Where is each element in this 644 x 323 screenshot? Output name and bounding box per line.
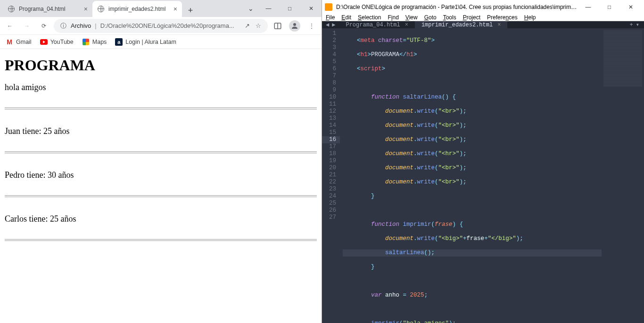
page-heading: PROGRAMA — [5, 57, 317, 74]
bookmark-label: YouTube — [50, 39, 74, 45]
tab-dropdown-icon[interactable]: ⌄ — [244, 5, 258, 12]
sublime-window: D:\Oracle ONE\Lógica de programación - P… — [322, 0, 644, 323]
menu-help[interactable]: Help — [524, 14, 536, 21]
maximize-button[interactable]: □ — [599, 0, 620, 14]
globe-icon — [8, 5, 15, 13]
bookmark-label: Login | Alura Latam — [125, 39, 176, 45]
window-controls: ⌄ — □ ✕ — [244, 0, 322, 17]
gmail-icon: M — [6, 38, 13, 46]
url-separator: | — [95, 22, 96, 29]
url-prefix: Archivo — [71, 22, 91, 29]
menu-tools[interactable]: Tools — [443, 14, 456, 21]
tab-title: imprimir_edades2.html — [421, 22, 493, 28]
reading-list-icon[interactable] — [271, 19, 285, 33]
editor-tab-1[interactable]: Programa_04.html × — [339, 21, 414, 28]
output-line: Juan tiene: 25 años — [5, 126, 317, 136]
browser-tab-1[interactable]: Programa_04.html × — [3, 1, 92, 17]
kebab-menu-icon[interactable]: ⋮ — [305, 19, 319, 33]
url-text: D:/Oracle%20ONE/Lógica%20de%20programa..… — [100, 22, 239, 29]
back-button[interactable]: ← — [3, 19, 17, 33]
sublime-titlebar: D:\Oracle ONE\Lógica de programación - P… — [322, 0, 644, 14]
menu-bar: File Edit Selection Find View Goto Tools… — [322, 14, 644, 21]
menu-preferences[interactable]: Preferences — [487, 14, 518, 21]
close-icon[interactable]: × — [497, 22, 501, 28]
page-content: PROGRAMA hola amigos Juan tiene: 25 años… — [0, 49, 322, 323]
bookmark-star-icon[interactable]: ☆ — [255, 22, 262, 29]
profile-avatar[interactable] — [288, 19, 302, 33]
output-line: hola amigos — [5, 83, 317, 92]
new-tab-button[interactable]: + — [184, 4, 197, 17]
close-button[interactable]: ✕ — [620, 0, 641, 14]
tab-title: imprimir_edades2.html — [108, 6, 170, 12]
nav-back-icon[interactable]: ◀ — [326, 21, 329, 28]
bookmark-label: Maps — [92, 39, 107, 45]
window-controls: — □ ✕ — [578, 0, 641, 14]
bookmark-maps[interactable]: Maps — [82, 38, 107, 46]
bookmark-gmail[interactable]: MGmail — [6, 38, 32, 46]
bookmark-label: Gmail — [16, 39, 32, 45]
close-button[interactable]: ✕ — [300, 1, 322, 16]
output-line: Pedro tiene: 30 años — [5, 170, 317, 180]
maximize-button[interactable]: □ — [279, 1, 300, 16]
new-tab-icon[interactable]: + — [630, 22, 633, 28]
info-icon[interactable]: ⓘ — [59, 22, 67, 30]
bookmarks-bar: MGmail YouTube Maps aLogin | Alura Latam — [0, 35, 322, 49]
tab-strip: Programa_04.html × imprimir_edades2.html… — [0, 0, 322, 17]
close-icon[interactable]: × — [84, 6, 88, 12]
minimize-button[interactable]: — — [258, 1, 279, 16]
sublime-logo-icon — [325, 3, 332, 11]
minimize-button[interactable]: — — [578, 0, 599, 14]
bookmark-youtube[interactable]: YouTube — [40, 38, 74, 46]
address-bar[interactable]: ⓘ Archivo | D:/Oracle%20ONE/Lógica%20de%… — [54, 19, 268, 33]
editor-tab-bar: ◀ ▶ Programa_04.html × imprimir_edades2.… — [322, 21, 644, 28]
browser-tab-2[interactable]: imprimir_edades2.html × — [92, 1, 182, 17]
close-icon[interactable]: × — [173, 6, 177, 12]
forward-button[interactable]: → — [20, 19, 34, 33]
menu-project[interactable]: Project — [463, 14, 480, 21]
tab-nav-arrows: ◀ ▶ — [322, 21, 339, 28]
youtube-icon — [40, 38, 48, 46]
code-area[interactable]: <meta charset="UTF-8"> <h1>PROGRAMA</h1>… — [340, 28, 602, 323]
line-gutter: 12345 678910 1112131415 1617181920 21222… — [322, 28, 340, 323]
close-icon[interactable]: × — [405, 22, 408, 28]
tab-title: Programa_04.html — [19, 6, 80, 12]
tab-actions: + ▾ — [625, 21, 644, 28]
menu-goto[interactable]: Goto — [424, 14, 437, 21]
globe-icon — [97, 5, 105, 13]
tab-dropdown-icon[interactable]: ▾ — [636, 21, 639, 28]
share-icon[interactable]: ↗ — [243, 22, 251, 29]
chrome-window: Programa_04.html × imprimir_edades2.html… — [0, 0, 322, 323]
output-line: Carlos tiene: 25 años — [5, 214, 317, 224]
editor-area[interactable]: 12345 678910 1112131415 1617181920 21222… — [322, 28, 644, 323]
browser-toolbar: ← → ⟳ ⓘ Archivo | D:/Oracle%20ONE/Lógica… — [0, 17, 322, 35]
tab-title: Programa_04.html — [346, 22, 400, 28]
maps-icon — [82, 38, 90, 46]
menu-edit[interactable]: Edit — [341, 14, 351, 21]
menu-selection[interactable]: Selection — [358, 14, 381, 21]
menu-view[interactable]: View — [405, 14, 418, 21]
minimap[interactable] — [602, 28, 644, 323]
nav-forward-icon[interactable]: ▶ — [332, 21, 335, 28]
bookmark-alura[interactable]: aLogin | Alura Latam — [115, 38, 176, 46]
svg-point-2 — [293, 23, 296, 26]
editor-tab-2[interactable]: imprimir_edades2.html × — [415, 21, 507, 28]
alura-icon: a — [115, 38, 123, 46]
window-title: D:\Oracle ONE\Lógica de programación - P… — [336, 4, 578, 10]
menu-find[interactable]: Find — [388, 14, 398, 21]
menu-file[interactable]: File — [326, 14, 335, 21]
reload-button[interactable]: ⟳ — [37, 19, 51, 33]
